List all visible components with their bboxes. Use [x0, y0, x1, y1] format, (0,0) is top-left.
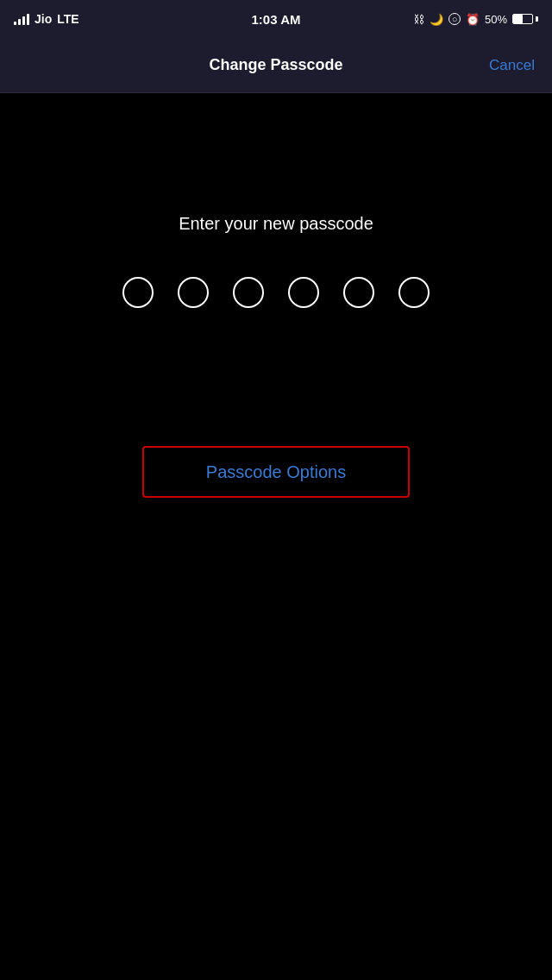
main-content: Enter your new passcode Passcode Options — [0, 93, 552, 980]
network-type-label: LTE — [57, 12, 78, 26]
passcode-dot-2 — [178, 277, 209, 308]
moon-icon: 🌙 — [430, 13, 443, 26]
passcode-dot-1 — [122, 277, 154, 308]
passcode-dot-3 — [233, 277, 264, 308]
cancel-button[interactable]: Cancel — [489, 57, 535, 74]
passcode-options-label: Passcode Options — [206, 462, 346, 482]
status-time: 1:03 AM — [252, 12, 301, 27]
status-right: ⛓ 🌙 ○ ⏰ 50% — [413, 13, 538, 26]
status-bar: Jio LTE 1:03 AM ⛓ 🌙 ○ ⏰ 50% — [0, 0, 552, 38]
battery-percent-label: 50% — [485, 13, 507, 26]
carrier-label: Jio — [34, 12, 52, 26]
battery-icon — [512, 14, 538, 24]
signal-bars-icon — [14, 13, 29, 25]
link-icon: ⛓ — [413, 13, 424, 26]
passcode-options-button[interactable]: Passcode Options — [142, 446, 410, 498]
location-icon: ○ — [448, 13, 461, 25]
alarm-icon: ⏰ — [466, 13, 480, 26]
passcode-dot-6 — [398, 277, 430, 308]
passcode-dots-container — [122, 277, 430, 308]
passcode-dot-5 — [343, 277, 374, 308]
passcode-prompt-label: Enter your new passcode — [179, 214, 373, 234]
navigation-bar: Change Passcode Cancel — [0, 38, 552, 93]
status-left: Jio LTE — [14, 12, 79, 26]
passcode-dot-4 — [288, 277, 319, 308]
nav-title: Change Passcode — [209, 56, 342, 74]
